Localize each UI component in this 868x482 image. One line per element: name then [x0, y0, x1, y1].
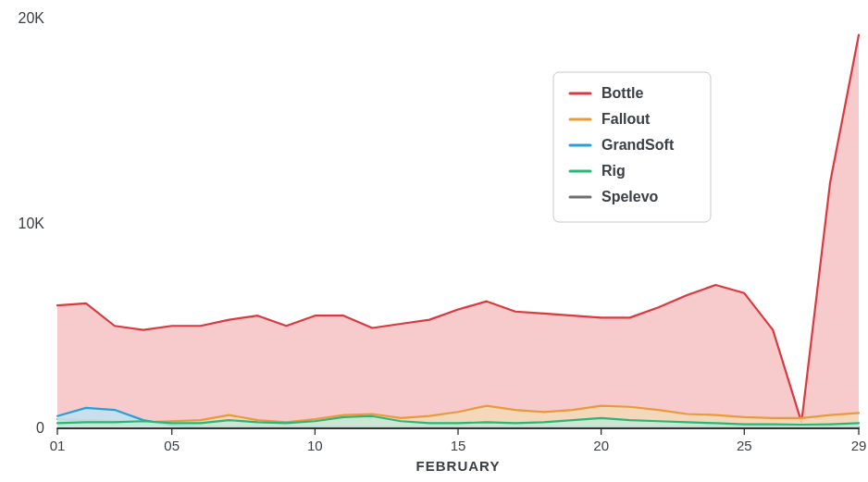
area-chart: 010K20K01051015202529FEBRUARYBottleFallo… [0, 0, 868, 482]
legend-label: Spelevo [601, 189, 659, 204]
x-tick-label: 25 [737, 438, 752, 453]
x-tick-label: 05 [164, 438, 180, 453]
series-area-bottle [57, 35, 859, 428]
y-tick-label: 0 [36, 420, 44, 436]
y-tick-label: 20K [19, 10, 45, 26]
legend-label: Bottle [601, 85, 643, 101]
x-tick-label: 29 [851, 438, 867, 453]
legend-label: Rig [601, 163, 626, 179]
x-tick-label: 01 [50, 438, 66, 453]
legend: BottleFalloutGrandSoftRigSpelevo [553, 72, 711, 222]
legend-label: GrandSoft [601, 137, 675, 153]
chart-container: 010K20K01051015202529FEBRUARYBottleFallo… [0, 0, 868, 482]
x-axis-month-label: FEBRUARY [416, 458, 501, 474]
x-tick-label: 20 [593, 438, 609, 453]
x-tick-label: 10 [307, 438, 323, 453]
legend-label: Fallout [601, 111, 651, 127]
x-tick-label: 15 [451, 438, 466, 453]
y-tick-label: 10K [19, 216, 45, 231]
